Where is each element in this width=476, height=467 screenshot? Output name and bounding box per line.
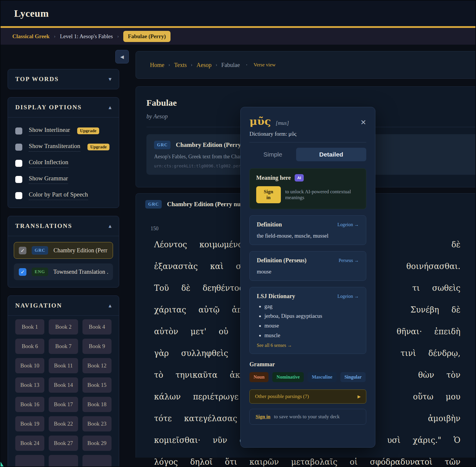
book-button[interactable]: Book 10	[15, 358, 44, 373]
logeion-link[interactable]: Logeion →	[337, 294, 359, 299]
greek-word[interactable]: σφόδρα	[370, 457, 401, 466]
greek-word[interactable]: μου	[446, 392, 460, 401]
greek-word[interactable]: Λέοντος	[154, 240, 187, 249]
book-button[interactable]: Book 7	[49, 339, 78, 354]
panel-navigation-header[interactable]: NAVIGATION ▲	[8, 296, 119, 315]
greek-word[interactable]: χάρις."	[413, 436, 441, 445]
book-button[interactable]: Book 15	[82, 377, 112, 393]
book-button[interactable]: Book 27	[49, 436, 78, 451]
book-button[interactable]: Book 9	[82, 339, 112, 354]
book-button[interactable]: Book 1	[15, 319, 44, 335]
greek-word[interactable]: τὸν	[446, 370, 460, 379]
greek-word[interactable]: ἐπειδὴ	[434, 327, 460, 336]
checkbox[interactable]	[15, 176, 22, 183]
book-button[interactable]: Book 6	[15, 339, 44, 354]
book-button-clipped[interactable]	[49, 455, 78, 467]
checkbox[interactable]	[15, 160, 22, 167]
book-button[interactable]: Book 11	[49, 358, 78, 373]
greek-word[interactable]: δένδρῳ,	[428, 349, 460, 358]
greek-word[interactable]: ἐξαναστὰς	[154, 262, 198, 271]
greek-word[interactable]: δὲ	[451, 305, 460, 314]
sign-in-button[interactable]: Sign in	[256, 186, 281, 203]
breadcrumb-link[interactable]: Aesop	[197, 62, 212, 68]
greek-word[interactable]: οἱ	[350, 457, 358, 466]
other-parsings-button[interactable]: Other possible parsings (7) ▶	[249, 389, 366, 404]
greek-word[interactable]: μετ'	[190, 327, 206, 336]
greek-word[interactable]: δεηθέντος	[202, 283, 243, 293]
greek-word[interactable]: σωθεὶς	[432, 283, 460, 293]
breadcrumb-link[interactable]: Texts	[174, 62, 187, 68]
panel-display-options-header[interactable]: DISPLAY OPTIONS ▲	[8, 98, 119, 117]
greek-word[interactable]: καὶ	[210, 262, 224, 271]
checkbox-checked[interactable]: ✓	[19, 268, 26, 276]
greek-word[interactable]: τότε	[154, 414, 172, 423]
greek-word[interactable]: θῆναι·	[396, 327, 422, 336]
book-button[interactable]: Book 18	[82, 397, 112, 412]
greek-word[interactable]: συλληφθεὶς	[181, 349, 228, 358]
panel-translations-header[interactable]: TRANSLATIONS ▲	[8, 216, 119, 236]
upgrade-badge[interactable]: Upgrade	[77, 127, 99, 134]
panel-top-words-header[interactable]: TOP WORDS ▼	[8, 69, 119, 89]
translation-item[interactable]: ✓ENGTownsend Translation …	[14, 263, 113, 280]
checkbox[interactable]	[15, 192, 22, 199]
book-button[interactable]: Book 14	[49, 377, 78, 393]
greek-word[interactable]: νῦν	[213, 436, 227, 445]
greek-word[interactable]: θὼν	[418, 370, 434, 379]
greek-word[interactable]: δηλοῖ	[190, 457, 212, 466]
greek-word[interactable]: γὰρ	[154, 349, 169, 358]
book-button[interactable]: Book 12	[82, 358, 112, 373]
greek-word[interactable]: οὕτω	[413, 392, 433, 401]
greek-word[interactable]: καιρῶν	[249, 457, 279, 466]
greek-word[interactable]: αὐτῷ	[198, 305, 220, 314]
book-button[interactable]: Book 2	[49, 319, 78, 335]
upgrade-badge[interactable]: Upgrade	[87, 144, 110, 150]
checkbox-checked[interactable]: ✓	[19, 247, 26, 254]
book-button-clipped[interactable]	[15, 455, 44, 467]
greek-word[interactable]: τινὶ	[401, 349, 416, 358]
greek-word[interactable]: τηνικαῦτα	[175, 370, 217, 379]
greek-word[interactable]: οὐ	[219, 327, 228, 336]
book-button[interactable]: Book 13	[15, 377, 44, 393]
book-button[interactable]: Book 29	[82, 436, 112, 451]
logeion-link[interactable]: Logeion →	[337, 222, 359, 227]
book-button[interactable]: Book 17	[49, 397, 78, 412]
verse-view-toggle[interactable]: Verse view	[254, 62, 276, 68]
greek-word[interactable]: Τοῦ	[154, 283, 169, 293]
greek-word[interactable]: λόγος	[154, 457, 178, 466]
see-all-senses-link[interactable]: See all 6 senses →	[257, 343, 292, 348]
greek-word[interactable]: τὸ	[154, 370, 163, 379]
checkbox[interactable]	[15, 127, 22, 135]
breadcrumb-active-badge[interactable]: Fabulae (Perry)	[123, 31, 171, 42]
breadcrumb-course-link[interactable]: Classical Greek	[12, 33, 50, 40]
greek-word[interactable]: δὲ	[451, 240, 460, 249]
perseus-link[interactable]: Perseus →	[339, 258, 359, 263]
greek-word[interactable]: αὐτὸν	[154, 327, 178, 336]
greek-word[interactable]: κάλων	[154, 392, 181, 401]
greek-word[interactable]: μεταβολαῖς	[291, 457, 337, 466]
book-button[interactable]: Book 16	[15, 397, 44, 412]
book-button[interactable]: Book 23	[82, 416, 112, 431]
sidebar-collapse-button[interactable]: ◀	[115, 50, 129, 63]
greek-word[interactable]: υσὶ	[387, 436, 400, 445]
book-button[interactable]: Book 4	[82, 319, 112, 335]
sign-in-link[interactable]: Sign in	[256, 414, 271, 420]
greek-word[interactable]: θοινήσασθαι.	[406, 262, 460, 271]
greek-word[interactable]: Ὁ	[454, 436, 460, 445]
greek-word[interactable]: τι	[412, 283, 420, 293]
tab-detailed[interactable]: Detailed	[296, 148, 366, 161]
greek-word[interactable]: κατεγέλασας	[184, 414, 237, 423]
greek-word[interactable]: δυνατοὶ	[400, 457, 432, 466]
greek-word[interactable]: χάριτας	[154, 305, 186, 314]
greek-word[interactable]: ὅτι	[225, 457, 237, 466]
greek-word[interactable]: τῶν	[445, 457, 460, 466]
tab-simple[interactable]: Simple	[249, 151, 296, 158]
book-button[interactable]: Book 22	[49, 416, 78, 431]
checkbox[interactable]	[15, 144, 22, 151]
book-button-clipped[interactable]	[82, 455, 112, 467]
greek-word[interactable]: περιέτρωγε	[193, 392, 239, 401]
translation-item[interactable]: ✓GRCChambry Edition (Perr…	[14, 242, 113, 259]
greek-word[interactable]: Συνέβη	[411, 305, 439, 314]
greek-word[interactable]: κομιεῖσθαι·	[154, 436, 200, 445]
breadcrumb-level-link[interactable]: Level 1: Aesop's Fables	[60, 33, 113, 40]
breadcrumb-link[interactable]: Home	[150, 62, 164, 68]
